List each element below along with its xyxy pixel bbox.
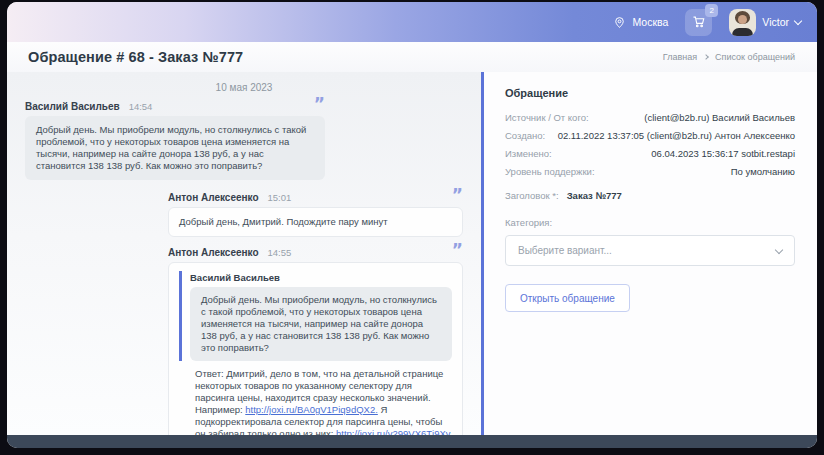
detail-value: (client@b2b.ru) Василий Васильев [644, 112, 795, 123]
answer-text: Ответ: Дмитрий, дело в том, что на детал… [195, 368, 452, 435]
message-header: Антон Алексеенко 14:55 ” [168, 245, 463, 258]
detail-label: Создано: [505, 130, 545, 141]
subject-label: Заголовок *: [505, 190, 559, 201]
user-name: Victor [762, 16, 789, 28]
message-time: 15:01 [268, 192, 292, 203]
detail-label: Уровень поддержки: [505, 166, 595, 177]
detail-row-modified: Изменено: 06.04.2023 15:36:17 sotbit.res… [505, 148, 795, 159]
message-header: Василий Васильев 14:54 ” [25, 99, 325, 112]
chevron-down-icon [775, 245, 783, 253]
detail-row-created: Создано: 02.11.2022 13:37:05 (client@b2b… [505, 130, 795, 141]
user-menu[interactable]: Victor [729, 9, 801, 36]
chevron-down-icon [794, 16, 802, 24]
ticket-details-panel: Обращение Источник / От кого: (client@b2… [484, 72, 817, 435]
chevron-right-icon [703, 54, 709, 60]
detail-row-subject: Заголовок *: Заказ №777 [505, 190, 795, 201]
quoted-message: Василий Васильев Добрый день. Мы приобре… [179, 271, 452, 361]
subject-value: Заказ №777 [567, 190, 622, 201]
message-bubble: Добрый день. Мы приобрели модуль, но сто… [25, 116, 325, 180]
category-select[interactable]: Выберите вариант... [505, 235, 795, 266]
breadcrumb-home[interactable]: Главная [663, 52, 697, 62]
detail-value: 06.04.2023 15:36:17 sotbit.restapi [651, 148, 795, 159]
breadcrumb: Главная Список обращений [663, 52, 795, 62]
breadcrumb-ticket-list[interactable]: Список обращений [715, 52, 795, 62]
avatar [729, 9, 756, 36]
cart-icon [691, 14, 706, 31]
chat-message-client: Василий Васильев 14:54 ” Добрый день. Мы… [25, 99, 325, 180]
chat-date: 10 мая 2023 [7, 82, 481, 93]
cart-button[interactable]: 2 [685, 9, 712, 36]
joxi-link-1[interactable]: http://joxi.ru/BA0gV1Piq9dQX2. [245, 404, 378, 415]
message-bubble: Добрый день, Дмитрий. Подождите пару мин… [168, 207, 463, 237]
details-title: Обращение [505, 87, 795, 99]
message-time: 14:54 [129, 101, 153, 112]
category-select-placeholder: Выберите вариант... [518, 245, 612, 256]
content-area: 10 мая 2023 Василий Васильев 14:54 ” Доб… [7, 72, 817, 435]
open-ticket-button[interactable]: Открыть обращение [505, 284, 630, 312]
detail-label: Изменено: [505, 148, 552, 159]
message-author: Антон Алексеенко [168, 192, 259, 203]
quote-icon[interactable]: ” [452, 190, 463, 200]
message-author: Антон Алексеенко [168, 247, 259, 258]
app-window: Москва 2 Victor Обращение # 68 - Зак [7, 2, 817, 448]
quote-icon[interactable]: ” [314, 99, 325, 109]
footer-bar [7, 435, 817, 448]
quoted-text-bubble: Добрый день. Мы приобрели модуль, но сто… [190, 287, 452, 361]
message-bubble: Василий Васильев Добрый день. Мы приобре… [168, 262, 463, 435]
screen-background: Москва 2 Victor Обращение # 68 - Зак [0, 0, 824, 455]
chat-panel: 10 мая 2023 Василий Васильев 14:54 ” Доб… [7, 72, 481, 435]
chat-message-agent: Антон Алексеенко 15:01 ” Добрый день, Дм… [168, 190, 463, 237]
message-time: 14:55 [268, 247, 292, 258]
category-label: Категория: [505, 217, 795, 228]
page-header: Обращение # 68 - Заказ №777 Главная Спис… [7, 42, 817, 72]
detail-value: По умолчанию [731, 166, 795, 177]
quoted-author: Василий Васильев [190, 271, 452, 284]
location-label: Москва [632, 16, 668, 28]
location-pin-icon [613, 16, 626, 29]
top-navbar: Москва 2 Victor [7, 2, 817, 42]
detail-row-support-level: Уровень поддержки: По умолчанию [505, 166, 795, 177]
detail-label: Источник / От кого: [505, 112, 589, 123]
chat-message-agent-with-quote: Антон Алексеенко 14:55 ” Василий Василье… [168, 245, 463, 435]
location-selector[interactable]: Москва [613, 16, 668, 29]
detail-value: 02.11.2022 13:37:05 (client@b2b.ru) Анто… [558, 130, 795, 141]
detail-row-source: Источник / От кого: (client@b2b.ru) Васи… [505, 112, 795, 123]
quote-icon[interactable]: ” [452, 245, 463, 255]
message-author: Василий Васильев [25, 101, 120, 112]
cart-badge: 2 [705, 4, 718, 17]
page-title: Обращение # 68 - Заказ №777 [28, 49, 243, 65]
message-header: Антон Алексеенко 15:01 ” [168, 190, 463, 203]
